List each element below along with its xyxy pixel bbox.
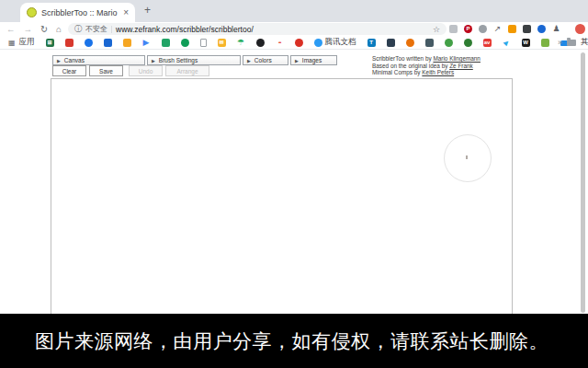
link-ze-frank[interactable]: Ze Frank	[449, 63, 473, 69]
orange-ext-icon[interactable]	[508, 25, 516, 33]
link-mario-klingemann[interactable]: Mario Klingemann	[433, 55, 481, 62]
t-blue-glyph: T	[368, 39, 376, 47]
security-label: 不安全	[85, 24, 107, 34]
blue-circle-ext-icon[interactable]	[537, 25, 546, 33]
screenshot-ext-glyph	[449, 25, 458, 33]
chevron-right-icon: ▶	[247, 58, 251, 63]
bookmark-star-icon[interactable]: ☆	[433, 25, 440, 34]
arrange-button[interactable]: Arrange	[165, 65, 209, 76]
tab-close-icon[interactable]: ×	[123, 7, 129, 17]
paper-plane-glyph: ►	[501, 37, 513, 49]
person-app-icon[interactable]	[425, 39, 434, 47]
new-tab-button[interactable]: +	[144, 4, 151, 17]
watermark-caption: 图片来源网络，由用户分享，如有侵权，请联系站长删除。	[0, 314, 588, 368]
red-app-icon[interactable]	[65, 39, 74, 47]
gray-circle-ext-icon[interactable]	[479, 25, 487, 33]
chevron-right-icon: ▶	[57, 58, 61, 63]
screenshot-ext-icon[interactable]	[449, 25, 458, 33]
green-clock-glyph	[445, 39, 453, 47]
green-circle-glyph	[181, 39, 189, 47]
black-circle-glyph	[256, 39, 265, 47]
brush-cursor-dot	[466, 155, 468, 159]
green-clock-icon[interactable]	[445, 39, 453, 47]
pinterest-ext-glyph: P	[464, 25, 472, 33]
av-badge-glyph: av	[483, 39, 492, 47]
info-icon[interactable]: ⓘ	[74, 24, 82, 34]
navy-app-icon[interactable]	[387, 39, 395, 47]
brush-cursor-circle	[444, 134, 492, 182]
green-app-icon[interactable]	[162, 39, 170, 47]
red-circle-icon[interactable]	[295, 39, 303, 47]
gray-circle-ext-glyph	[479, 25, 487, 33]
link-keith-peters[interactable]: Keith Peters	[422, 69, 454, 75]
chevron-right-icon: ▶	[295, 58, 299, 63]
vertical-scrollbar[interactable]	[581, 52, 585, 313]
credit-2-text: Based on the original idea by	[372, 63, 449, 69]
dark-green-circle-icon[interactable]	[464, 39, 472, 47]
w-app-glyph: W	[522, 39, 530, 47]
orange-app-icon[interactable]	[123, 39, 131, 47]
capture-ext-icon[interactable]: ↗	[493, 25, 502, 33]
w-app-icon[interactable]: W	[522, 39, 530, 47]
apps-grid-icon: ▦	[8, 39, 16, 47]
paper-plane-icon[interactable]: ►	[503, 39, 511, 47]
tencent-docs-label: 腾讯文档	[325, 37, 356, 48]
accordion-canvas[interactable]: ▶ Canvas	[52, 55, 145, 65]
reload-icon[interactable]: ↻	[40, 24, 48, 34]
drawing-canvas[interactable]	[51, 78, 513, 316]
save-button[interactable]: Save	[89, 65, 123, 76]
accordion-colors[interactable]: ▶ Colors	[243, 55, 288, 65]
av-badge-icon[interactable]: av	[483, 39, 492, 47]
blue-bank-glyph	[104, 39, 112, 47]
mail-icon[interactable]: ✉	[218, 39, 226, 47]
person-ext-icon[interactable]: ♟	[552, 25, 560, 33]
bookmarks-bar: ▦ 应用 ⊞▶✉☂•••腾讯文档Tav►W » 其他书签	[0, 36, 588, 50]
red-circle-glyph	[295, 39, 303, 47]
bookmark-icon-list: ⊞▶✉☂•••腾讯文档Tav►W	[46, 37, 548, 48]
green-circle-icon[interactable]	[181, 39, 189, 47]
light-green-app-icon[interactable]	[541, 39, 549, 47]
folder-icon	[567, 40, 576, 46]
url-text[interactable]: www.zefrank.com/scribbler/scribblertoo/	[116, 25, 254, 34]
forward-icon[interactable]: →	[24, 24, 33, 34]
undo-button[interactable]: Undo	[129, 65, 163, 76]
red-dots-icon[interactable]: •••	[276, 39, 284, 47]
umbrella-glyph: ☂	[237, 39, 245, 47]
back-icon[interactable]: ←	[6, 24, 16, 34]
accordion-images-label: Images	[302, 57, 322, 63]
address-divider	[111, 26, 112, 33]
document-icon[interactable]	[200, 39, 207, 47]
credit-line-3: Minimal Comps by Keith Peters	[372, 69, 481, 76]
credits-text: ScribblerToo written by Mario Klingemann…	[372, 55, 481, 76]
t-blue-icon[interactable]: T	[368, 39, 376, 47]
bookmarks-overflow-icon[interactable]: »	[558, 38, 562, 47]
orange-app-glyph	[123, 39, 131, 47]
blue-compass-icon[interactable]	[85, 39, 93, 47]
green-sheet-icon[interactable]: ⊞	[46, 39, 54, 47]
dark-green-circle-glyph	[464, 39, 472, 47]
other-bookmarks-label[interactable]: 其他书签	[581, 37, 588, 48]
credit-line-2: Based on the original idea by Ze Frank	[372, 63, 481, 70]
apps-shortcut[interactable]: ▦ 应用	[8, 37, 35, 48]
orange-circle-icon[interactable]	[406, 39, 414, 47]
blue-circle-ext-glyph	[537, 25, 546, 33]
umbrella-icon[interactable]: ☂	[237, 39, 245, 47]
profile-avatar[interactable]	[575, 24, 585, 34]
nav-icon-group: ← → ↻ ⌂	[6, 22, 62, 36]
address-bar[interactable]: ⓘ 不安全 www.zefrank.com/scribbler/scribble…	[68, 23, 447, 35]
red-app-glyph	[65, 39, 74, 47]
pinterest-ext-icon[interactable]: P	[464, 25, 472, 33]
tencent-docs-icon[interactable]: 腾讯文档	[314, 37, 356, 48]
page-content: ▶ Canvas ▶ Brush Settings ▶ Colors ▶ Ima…	[0, 51, 588, 314]
accordion-brush-settings[interactable]: ▶ Brush Settings	[147, 55, 241, 65]
black-circle-icon[interactable]	[256, 39, 265, 47]
accordion-brush-label: Brush Settings	[159, 57, 198, 63]
accordion-images[interactable]: ▶ Images	[290, 55, 337, 65]
play-triangle-icon[interactable]: ▶	[142, 39, 151, 47]
dark-ext-icon[interactable]	[523, 25, 531, 33]
home-icon[interactable]: ⌂	[56, 24, 62, 34]
tab-scribblertoo[interactable]: ScribblerToo :: Mario Klingema ×	[20, 3, 135, 22]
tencent-docs-glyph	[314, 39, 322, 47]
blue-bank-icon[interactable]	[104, 39, 112, 47]
clear-button[interactable]: Clear	[52, 65, 86, 76]
